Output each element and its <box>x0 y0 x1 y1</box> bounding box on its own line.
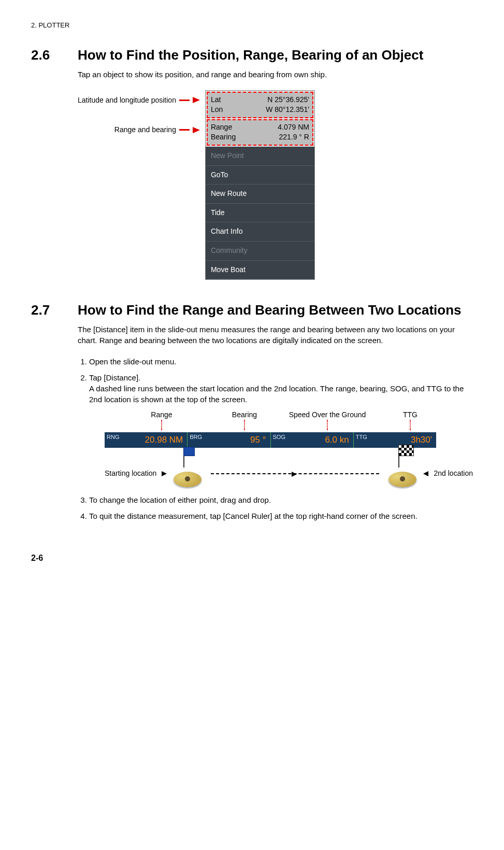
popup-item-new-point[interactable]: New Point <box>206 147 314 166</box>
dotted-line-icon <box>410 420 411 430</box>
popup-lat-label: Lat <box>211 95 221 105</box>
dotted-line-icon <box>244 420 245 430</box>
label-range: Range <box>151 410 172 419</box>
dotted-line-icon <box>161 420 162 430</box>
popup-lon-label: Lon <box>211 105 223 115</box>
bar-rng-value: 20.98 NM <box>145 434 183 446</box>
arrow-icon <box>162 471 167 476</box>
arrow-icon <box>423 471 428 476</box>
popup-item-community[interactable]: Community <box>206 242 314 261</box>
callout-range-bearing-label: Range and bearing <box>114 125 176 135</box>
popup-item-tide[interactable]: Tide <box>206 204 314 223</box>
popup-item-chart-info[interactable]: Chart Info <box>206 222 314 242</box>
popup-lat-value: N 25°36.925' <box>267 95 309 105</box>
step-2-line2: A dashed line runs between the start loc… <box>89 384 464 404</box>
section-title: How to Find the Position, Range, Bearing… <box>78 46 423 64</box>
callout-latlon-label: Latitude and longitude position <box>78 95 176 106</box>
page-number: 2-6 <box>31 552 473 564</box>
arrow-shaft <box>179 100 190 101</box>
arrow-icon <box>193 97 200 103</box>
popup-lon-value: W 80°12.351' <box>266 105 309 115</box>
section-2-7-heading: 2.7 How to Find the Range and Bearing Be… <box>31 301 473 319</box>
start-flag-icon <box>172 458 203 489</box>
page-header: 2. PLOTTER <box>31 21 473 30</box>
popup-item-goto[interactable]: GoTo <box>206 166 314 185</box>
section-number: 2.7 <box>31 301 78 319</box>
second-location-label: 2nd location <box>434 469 473 479</box>
bar-ttg-label: TTG <box>356 433 367 441</box>
starting-location-label: Starting location <box>105 469 156 479</box>
popup-bearing-label: Bearing <box>211 132 236 143</box>
figure-start-end-flags: Starting location 2nd location <box>105 458 473 489</box>
section-2-6-intro: Tap an object to show its position, and … <box>78 69 473 80</box>
section-2-7-intro: The [Distance] item in the slide-out men… <box>78 324 473 346</box>
label-ttg: TTG <box>403 410 417 419</box>
section-title: How to Find the Range and Bearing Betwee… <box>78 301 462 319</box>
step-2-line1: Tap [Distance]. <box>89 373 140 382</box>
label-bearing: Bearing <box>232 410 257 419</box>
bar-brg-label: BRG <box>190 433 202 441</box>
bar-sog-value: 6.0 kn <box>325 434 349 446</box>
arrow-icon <box>193 127 200 133</box>
popup-range-bearing-box: Range 4.079 NM Bearing 221.9 ° R <box>207 119 313 146</box>
popup-range-value: 4.079 NM <box>278 122 309 133</box>
figure-position-popup: Latitude and longitude position Range an… <box>78 90 473 280</box>
distance-data-bar: RNG 20.98 NM BRG 95 ° SOG 6.0 kn TTG 3h3… <box>105 432 436 448</box>
figure-distance-bar: Range Bearing Speed Over the Ground TTG <box>105 410 473 490</box>
label-sog: Speed Over the Ground <box>289 410 366 419</box>
context-popup: Lat N 25°36.925' Lon W 80°12.351' Range … <box>205 90 315 280</box>
popup-item-move-boat[interactable]: Move Boat <box>206 261 314 280</box>
arrow-shaft <box>179 129 190 131</box>
popup-bearing-value: 221.9 ° R <box>279 132 309 143</box>
step-4: To quit the distance measurement, tap [C… <box>89 511 473 521</box>
step-1: Open the slide-out menu. <box>89 356 473 367</box>
popup-latlon-box: Lat N 25°36.925' Lon W 80°12.351' <box>207 92 313 118</box>
dotted-line-icon <box>327 420 328 430</box>
popup-menu: New Point GoTo New Route Tide Chart Info… <box>206 147 314 279</box>
section-number: 2.6 <box>31 46 78 64</box>
bar-brg-value: 95 ° <box>250 434 266 446</box>
section-2-7-steps: Open the slide-out menu. Tap [Distance].… <box>78 356 473 522</box>
step-2: Tap [Distance]. A dashed line runs betwe… <box>89 372 473 490</box>
step-3: To change the location of either point, … <box>89 494 473 505</box>
section-2-6-heading: 2.6 How to Find the Position, Range, Bea… <box>31 46 473 64</box>
end-flag-icon <box>387 458 418 489</box>
bar-rng-label: RNG <box>107 433 119 441</box>
popup-item-new-route[interactable]: New Route <box>206 185 314 204</box>
bar-sog-label: SOG <box>273 433 285 441</box>
popup-range-label: Range <box>211 122 232 133</box>
dashed-line-icon <box>211 473 379 474</box>
